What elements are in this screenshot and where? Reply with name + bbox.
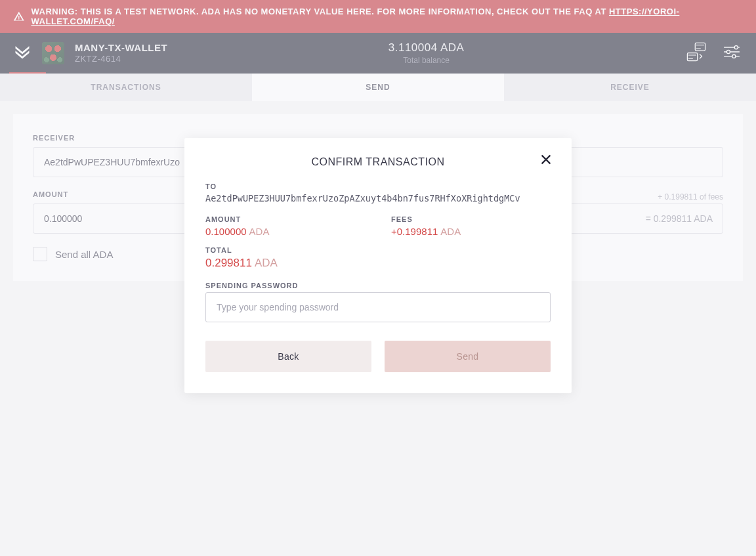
modal-amount-label: AMOUNT [205, 215, 365, 223]
modal-overlay: CONFIRM TRANSACTION TO Ae2tdPwUPEZ3HUU7b… [0, 0, 756, 556]
spending-password-label: SPENDING PASSWORD [205, 282, 551, 289]
modal-total-label: TOTAL [205, 246, 551, 254]
to-label: TO [205, 182, 551, 190]
modal-total-value: 0.299811ADA [205, 257, 551, 270]
close-button[interactable] [539, 152, 553, 167]
modal-amount-value: 0.100000ADA [205, 226, 365, 237]
modal-fees-label: FEES [391, 215, 551, 223]
confirm-transaction-dialog: CONFIRM TRANSACTION TO Ae2tdPwUPEZ3HUU7b… [184, 138, 572, 393]
close-icon [539, 152, 553, 167]
to-address: Ae2tdPwUPEZ3HUU7bmfexrUzoZpAZxuyt4b4bn7f… [205, 193, 551, 203]
spending-password-input[interactable] [205, 292, 551, 322]
back-button[interactable]: Back [205, 341, 371, 372]
send-button[interactable]: Send [385, 341, 551, 372]
modal-fees-value: +0.199811ADA [391, 226, 551, 237]
modal-title: CONFIRM TRANSACTION [205, 156, 551, 168]
